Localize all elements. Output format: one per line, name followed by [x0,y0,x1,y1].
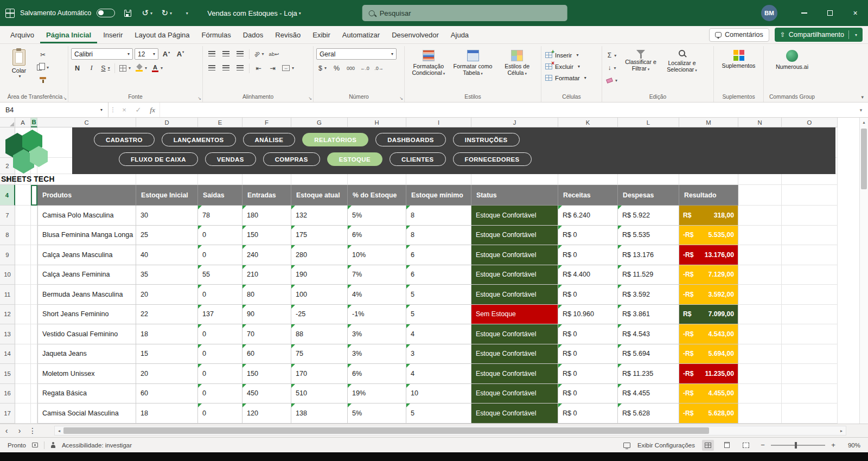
cell-F14[interactable]: 60 [242,344,291,364]
italic-button[interactable]: I [85,62,98,74]
document-title[interactable]: Vendas com Estoques - Loja ▾ [207,9,301,17]
cell-G10[interactable]: 190 [291,265,348,285]
cell-C13[interactable]: Vestido Casual Feminino [37,324,136,344]
cell-G17[interactable]: 138 [291,404,348,424]
row-header-14[interactable]: 14 [0,344,15,364]
dialog-launcher-icon[interactable]: ↘ [63,96,67,101]
increase-font-button[interactable]: A▴ [160,48,173,60]
cell-D17[interactable]: 18 [136,404,198,424]
cell-E13[interactable]: 0 [198,324,242,344]
orientation-button[interactable]: ab▾ [252,48,266,60]
cell-G12[interactable]: -25 [291,305,348,325]
cell-G9[interactable]: 280 [291,245,348,265]
comments-button[interactable]: Comentários [709,28,769,42]
fill-color-button[interactable]: ▾ [134,62,149,74]
cell-J9[interactable]: Estoque Confortável [471,245,558,265]
cell-K13[interactable]: R$ 0 [558,324,618,344]
view-page-layout-button[interactable] [721,440,733,451]
ribbon-tab-arquivo[interactable]: Arquivo [4,26,40,43]
cell-I12[interactable]: 5 [406,305,471,325]
bold-button[interactable]: N [71,62,84,74]
cell-K15[interactable]: R$ 0 [558,364,618,384]
cell-E8[interactable]: 0 [198,226,242,246]
column-header-M[interactable]: M [679,118,738,127]
autosum-button[interactable]: Σ▾ [605,50,619,61]
column-header-F[interactable]: F [242,118,291,127]
nav-button-an-lise[interactable]: ANÁLISE [243,133,296,146]
sheet-next-icon[interactable]: › [13,424,26,437]
cell-E7[interactable]: 78 [198,206,242,226]
dialog-launcher-icon[interactable]: ↘ [197,96,201,101]
nav-button-clientes[interactable]: CLIENTES [390,152,446,166]
cell-F7[interactable]: 180 [242,206,291,226]
nav-button-estoque[interactable]: ESTOQUE [327,152,382,166]
zoom-slider[interactable] [771,441,825,449]
nav-button-compras[interactable]: COMPRAS [263,152,320,166]
cell-L14[interactable]: R$ 5.694 [618,344,679,364]
cell-G14[interactable]: 75 [291,344,348,364]
ribbon-tab-layout-da-p-gina[interactable]: Layout da Página [129,26,195,43]
cell-I7[interactable]: 8 [406,206,471,226]
row-header-13[interactable]: 13 [0,324,15,344]
quick-access-more-button[interactable]: ▾ [179,5,193,21]
nav-button-relat-rios[interactable]: RELATÓRIOS [302,133,368,146]
cell-M11[interactable]: -R$3.592,00 [679,285,738,305]
minimize-button[interactable] [792,0,817,26]
cell-D12[interactable]: 22 [136,305,198,325]
search-box[interactable]: Pesquisar [362,5,567,21]
cell-H17[interactable]: 5% [348,404,406,424]
cancel-entry-icon[interactable]: × [117,103,131,117]
cell-D10[interactable]: 35 [136,265,198,285]
cell-I10[interactable]: 6 [406,265,471,285]
cell-C14[interactable]: Jaqueta Jeans [37,344,136,364]
decrease-indent-button[interactable]: ⇤ [252,62,265,74]
cell-D9[interactable]: 40 [136,245,198,265]
cell-K8[interactable]: R$ 0 [558,226,618,246]
cell-M12[interactable]: R$7.099,00 [679,305,738,325]
sort-filter-button[interactable]: Classificar e Filtrar [621,47,660,73]
accounting-format-button[interactable]: $▾ [316,62,329,74]
cell-M10[interactable]: -R$7.129,00 [679,265,738,285]
cell-H9[interactable]: 10% [348,245,406,265]
cell-H8[interactable]: 6% [348,226,406,246]
cell-I8[interactable]: 8 [406,226,471,246]
nav-button-dashboards[interactable]: DASHBOARDS [375,133,446,146]
align-right-button[interactable] [234,62,246,74]
cell-J7[interactable]: Estoque Confortável [471,206,558,226]
cell-M17[interactable]: -R$5.628,00 [679,404,738,424]
cell-M15[interactable]: -R$11.235,00 [679,364,738,384]
macro-record-icon[interactable] [32,443,38,447]
cell-H7[interactable]: 5% [348,206,406,226]
scroll-right-icon[interactable]: ▸ [837,428,846,433]
cell-K12[interactable]: R$ 10.960 [558,305,618,325]
underline-button[interactable]: S▾ [99,62,112,74]
nav-button-cadastro[interactable]: CADASTRO [94,133,155,146]
font-color-button[interactable]: A▾ [150,62,164,74]
cell-G8[interactable]: 175 [291,226,348,246]
horizontal-scrollbar[interactable]: ◂ ▸ [54,426,846,436]
row-header-8[interactable]: 8 [0,226,15,246]
cell-E15[interactable]: 0 [198,364,242,384]
cell-L7[interactable]: R$ 5.922 [618,206,679,226]
cell-E16[interactable]: 0 [198,384,242,404]
align-top-button[interactable] [206,48,218,60]
dialog-launcher-icon[interactable]: ↘ [308,96,312,101]
cell-C9[interactable]: Calça Jeans Masculina [37,245,136,265]
number-format-select[interactable]: Geral▾ [316,48,397,60]
nav-button-fornecedores[interactable]: FORNECEDORES [453,152,532,166]
zoom-out-button[interactable]: − [759,441,767,449]
decrease-decimal-button[interactable]: .0→ [373,62,385,74]
row-header-12[interactable]: 12 [0,305,15,325]
cell-L15[interactable]: R$ 11.235 [618,364,679,384]
align-bottom-button[interactable] [234,48,246,60]
cell-J11[interactable]: Estoque Confortável [471,285,558,305]
cell-G15[interactable]: 170 [291,364,348,384]
ribbon-tab-automatizar[interactable]: Automatizar [336,26,386,43]
cell-I13[interactable]: 4 [406,324,471,344]
cell-E11[interactable]: 0 [198,285,242,305]
column-header-K[interactable]: K [558,118,618,127]
cell-M8[interactable]: -R$5.535,00 [679,226,738,246]
font-name-select[interactable]: Calibri▾ [71,48,133,60]
selected-cell-B4[interactable] [31,185,37,206]
row-header-16[interactable]: 16 [0,384,15,404]
